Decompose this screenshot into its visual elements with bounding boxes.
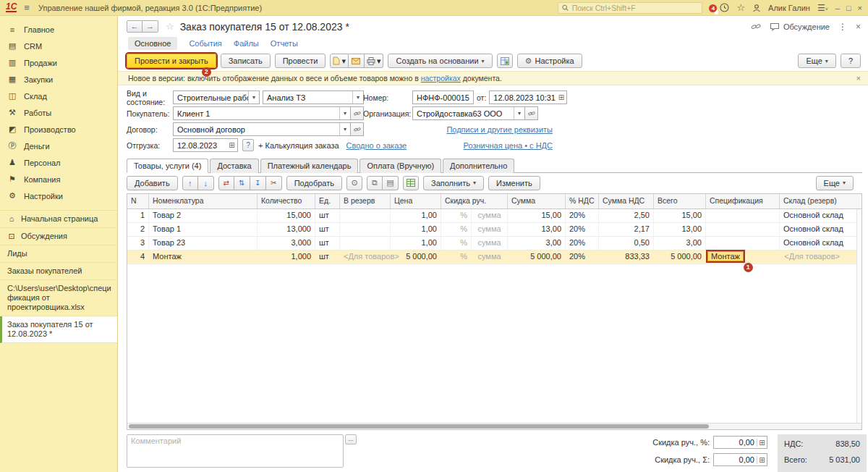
col-header-sum[interactable]: Сумма <box>508 194 566 208</box>
cell-sum[interactable]: 5 000,00 <box>508 250 566 264</box>
specification-input[interactable]: Монтаж 1 <box>707 251 744 261</box>
cell-discount-pct[interactable]: % <box>441 209 472 222</box>
chevron-down-icon[interactable]: ▾ <box>339 123 350 135</box>
tab-additional[interactable]: Дополнительно <box>443 159 514 173</box>
post-and-close-button[interactable]: Провести и закрыть2 <box>127 54 216 68</box>
col-header-nomenclature[interactable]: Номенклатура <box>149 194 258 208</box>
contract-open-link-button[interactable] <box>351 122 364 136</box>
user-icon[interactable] <box>752 4 761 12</box>
move-row-up-button[interactable]: ↑ <box>182 176 198 190</box>
split-row-button[interactable]: ✂ <box>266 176 282 190</box>
cell-unit[interactable]: шт <box>315 223 340 236</box>
sidebar-item-main[interactable]: ≡Главное <box>0 21 117 38</box>
tab-reports[interactable]: Отчеты <box>271 39 298 48</box>
favorites-icon[interactable]: ☆ <box>736 3 745 12</box>
more-actions-icon[interactable]: ⋮ <box>838 22 847 32</box>
price-type-link[interactable]: Розничная цена • с НДС <box>464 141 553 150</box>
sidebar-item-works[interactable]: ⚒Работы <box>0 104 117 121</box>
tab-events[interactable]: События <box>189 39 221 48</box>
order-calculation-link[interactable]: + Калькуляция заказа <box>258 141 339 150</box>
cell-sum[interactable]: 3,00 <box>508 237 566 250</box>
service-menu-icon[interactable]: ☰˅ <box>817 4 828 12</box>
add-row-button[interactable]: Добавить <box>127 176 178 190</box>
window-tab-customer-orders[interactable]: Заказы покупателей <box>0 263 117 280</box>
cell-specification[interactable] <box>706 209 780 222</box>
cell-nomenclature[interactable]: Товар 23 <box>149 237 258 250</box>
cell-discount-sum[interactable]: сумма <box>472 209 508 222</box>
window-tab-leads[interactable]: Лиды <box>0 245 117 263</box>
window-tab-spec-file[interactable]: C:\Users\user\Desktop\спецификация от пр… <box>0 280 117 316</box>
cell-nomenclature[interactable]: Монтаж <box>149 250 258 264</box>
sidebar-item-sales[interactable]: ▥Продажи <box>0 54 117 71</box>
table-row[interactable]: 2 Товар 1 13,000 шт 1,00 % сумма 13,00 2… <box>127 223 861 237</box>
maximize-icon[interactable]: □ <box>846 4 851 12</box>
cell-sum[interactable]: 13,00 <box>508 223 566 236</box>
history-icon[interactable] <box>720 3 729 12</box>
reports-button[interactable] <box>497 54 513 68</box>
table-more-button[interactable]: Еще▾ <box>816 176 854 190</box>
global-search[interactable] <box>558 2 702 14</box>
view-item-button[interactable]: ⊙ <box>346 176 362 190</box>
window-tab-home[interactable]: ⌂Начальная страница <box>0 211 117 228</box>
org-select[interactable]: Стройдоставка63 ООО▾ <box>412 106 525 120</box>
close-app-icon[interactable]: × <box>858 4 862 12</box>
calculator-icon[interactable]: ⊞ <box>757 439 767 447</box>
cell-vat-rate[interactable]: 20% <box>566 250 599 264</box>
cell-discount-pct[interactable]: % <box>441 237 472 250</box>
col-header-reserve[interactable]: В резерв <box>340 194 391 208</box>
cell-qty[interactable]: 13,000 <box>258 223 315 236</box>
search-input[interactable] <box>572 4 699 12</box>
write-button[interactable]: Записать <box>221 54 271 68</box>
fill-button[interactable]: Заполнить▾ <box>423 176 484 190</box>
sidebar-item-staff[interactable]: ♟Персонал <box>0 154 117 171</box>
sidebar-item-warehouse[interactable]: ◫Склад <box>0 88 117 104</box>
contract-select[interactable]: Основной договор▾ <box>173 122 351 136</box>
comment-more-button[interactable]: ... <box>345 434 357 444</box>
tab-files[interactable]: Файлы <box>234 39 259 48</box>
cell-unit[interactable]: шт <box>315 237 340 250</box>
cell-qty[interactable]: 15,000 <box>258 209 315 222</box>
reserve-button[interactable]: ⇄ <box>218 176 234 190</box>
order-state-select[interactable]: Анализ ТЗ▾ <box>263 90 364 104</box>
forward-button[interactable]: → <box>142 20 158 33</box>
vertical-scrollbar[interactable] <box>856 209 861 423</box>
sidebar-item-purchases[interactable]: ▦Закупки <box>0 71 117 88</box>
move-row-down-button[interactable]: ↓ <box>198 176 214 190</box>
shipping-date-input[interactable]: 12.08.2023⊞ <box>173 138 238 152</box>
star-icon[interactable]: ☆ <box>166 21 174 32</box>
table-row[interactable]: 3 Товар 23 3,000 шт 1,00 % сумма 3,00 20… <box>127 237 861 250</box>
shipping-help-button[interactable]: ? <box>242 139 254 151</box>
chevron-down-icon[interactable]: ▾ <box>339 107 350 119</box>
tab-main[interactable]: Основное <box>128 37 177 50</box>
calendar-icon[interactable]: ⊞ <box>226 141 237 149</box>
pick-items-button[interactable]: Подобрать <box>286 176 342 190</box>
col-header-n[interactable]: N <box>127 194 149 208</box>
cell-unit[interactable]: шт <box>315 209 340 222</box>
order-kind-select[interactable]: Строительные работы▾ <box>173 90 260 104</box>
tab-goods-services[interactable]: Товары, услуги (4) <box>127 159 208 173</box>
cell-warehouse[interactable]: Основной склад <box>780 223 865 236</box>
load-from-file-button[interactable] <box>403 176 419 190</box>
cell-discount-pct[interactable]: % <box>441 223 472 236</box>
tab-payment-manual[interactable]: Оплата (Вручную) <box>359 159 441 173</box>
window-tab-current-order[interactable]: Заказ покупателя 15 от 12.08.2023 * <box>0 316 117 343</box>
cell-vat-rate[interactable]: 20% <box>566 209 599 222</box>
minimize-icon[interactable]: – <box>835 4 840 12</box>
paste-rows-button[interactable]: ▤ <box>383 176 399 190</box>
calculator-icon[interactable]: ⊞ <box>757 456 767 464</box>
chevron-down-icon[interactable]: ▾ <box>248 91 259 104</box>
sidebar-item-crm[interactable]: ▤CRM <box>0 38 117 54</box>
back-button[interactable]: ← <box>127 20 142 33</box>
cell-reserve[interactable]: <Для товаров> <box>340 250 391 264</box>
discussion-button[interactable]: Обсуждение <box>770 22 830 31</box>
cell-discount-sum[interactable]: сумма <box>472 237 508 250</box>
notice-settings-link[interactable]: настройках <box>421 74 461 83</box>
tab-delivery[interactable]: Доставка <box>210 159 258 173</box>
chevron-down-icon[interactable]: ▾ <box>352 91 363 104</box>
number-input[interactable]: НФНФ-000015 <box>412 90 474 104</box>
col-header-discount[interactable]: Скидка руч. <box>441 194 508 208</box>
cell-price[interactable]: 1,00 <box>391 223 441 236</box>
scrollbar-thumb[interactable] <box>129 424 709 429</box>
email-button[interactable] <box>349 54 365 68</box>
cell-price[interactable]: 1,00 <box>391 209 441 222</box>
